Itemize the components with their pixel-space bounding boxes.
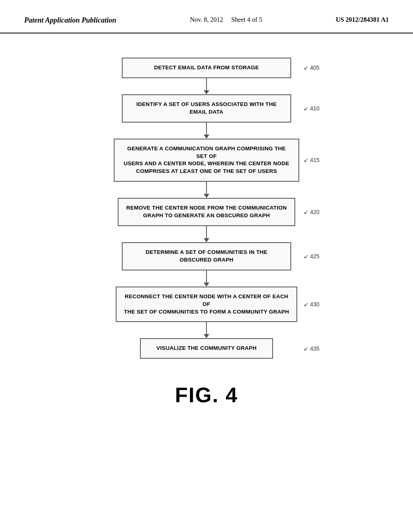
step-420-box: REMOVE THE CENTER NODE FROM THE COMMUNIC… (118, 198, 295, 226)
step-410-label: ↙ 410 (304, 105, 319, 112)
step-415-text: GENERATE A COMMUNICATION GRAPH COMPRISIN… (124, 145, 290, 175)
arrow-3 (204, 182, 209, 198)
step-415-label: ↙ 415 (304, 157, 319, 163)
figure-label: FIG. 4 (175, 383, 238, 407)
step-420-text: REMOVE THE CENTER NODE FROM THE COMMUNIC… (126, 205, 287, 218)
publication-title: Patent Application Publication (24, 16, 116, 25)
sheet-info: Sheet 4 of 5 (231, 16, 262, 23)
flowchart: DETECT EMAIL DATA FROM STORAGE ↙ 405 IDE… (94, 58, 319, 359)
step-420-label: ↙ 420 (304, 209, 319, 215)
step-435-label: ↙ 435 (304, 345, 319, 352)
step-405-wrapper: DETECT EMAIL DATA FROM STORAGE ↙ 405 (94, 58, 319, 78)
step-415-wrapper: GENERATE A COMMUNICATION GRAPH COMPRISIN… (94, 139, 319, 182)
step-425-text: DETERMINE A SET OF COMMUNITIES IN THE OB… (146, 249, 267, 263)
step-430-label: ↙ 430 (304, 301, 319, 308)
arrow-2 (204, 123, 209, 139)
step-435-text: VISUALIZE THE COMMUNITY GRAPH (156, 345, 257, 351)
arrow-4 (204, 226, 209, 242)
step-435-wrapper: VISUALIZE THE COMMUNITY GRAPH ↙ 435 (94, 338, 319, 359)
step-405-box: DETECT EMAIL DATA FROM STORAGE (122, 58, 291, 78)
step-410-text: IDENTIFY A SET OF USERS ASSOCIATED WITH … (136, 101, 277, 115)
arrow-5 (204, 270, 209, 287)
step-410-wrapper: IDENTIFY A SET OF USERS ASSOCIATED WITH … (94, 94, 319, 123)
arrow-6 (204, 322, 209, 338)
main-content: DETECT EMAIL DATA FROM STORAGE ↙ 405 IDE… (0, 33, 413, 423)
step-415-box: GENERATE A COMMUNICATION GRAPH COMPRISIN… (114, 139, 299, 182)
step-430-text: RECONNECT THE CENTER NODE WITH A CENTER … (124, 293, 289, 315)
step-430-wrapper: RECONNECT THE CENTER NODE WITH A CENTER … (94, 287, 319, 322)
step-410-box: IDENTIFY A SET OF USERS ASSOCIATED WITH … (122, 94, 291, 123)
publication-date: Nov. 8, 2012 (190, 16, 223, 23)
step-405-label: ↙ 405 (304, 64, 319, 71)
page-header: Patent Application Publication Nov. 8, 2… (0, 0, 413, 33)
step-425-label: ↙ 425 (304, 253, 319, 260)
step-435-box: VISUALIZE THE COMMUNITY GRAPH (140, 338, 273, 359)
step-420-wrapper: REMOVE THE CENTER NODE FROM THE COMMUNIC… (94, 198, 319, 226)
patent-number: US 2012/284381 A1 (336, 16, 389, 23)
step-405-text: DETECT EMAIL DATA FROM STORAGE (154, 64, 259, 71)
step-425-wrapper: DETERMINE A SET OF COMMUNITIES IN THE OB… (94, 242, 319, 270)
arrow-1 (204, 78, 209, 94)
step-425-box: DETERMINE A SET OF COMMUNITIES IN THE OB… (122, 242, 291, 270)
patent-page: Patent Application Publication Nov. 8, 2… (0, 0, 413, 532)
step-430-box: RECONNECT THE CENTER NODE WITH A CENTER … (116, 287, 297, 322)
header-center: Nov. 8, 2012 Sheet 4 of 5 (190, 16, 262, 23)
